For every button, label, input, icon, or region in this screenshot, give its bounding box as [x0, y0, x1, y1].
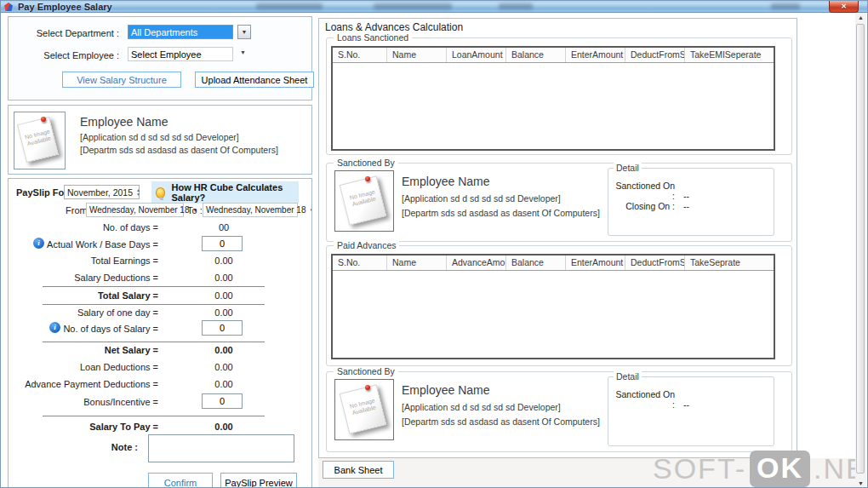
col-enteramount[interactable]: EnterAmount [566, 255, 625, 270]
row-label-days-of-salary: No. of days of Salary = [9, 324, 158, 334]
row-label-loan-deductions: Loan Deductions = [9, 362, 158, 372]
sanctioned-by-title: Sanctioned By [334, 158, 398, 168]
employee-name: Employee Name [80, 115, 168, 129]
sanctioner-photo-placeholder: No Image Available [334, 379, 394, 440]
close-button[interactable]: ✕ [829, 1, 859, 13]
titlebar: Pay Employee Salary ✕ [1, 1, 867, 13]
advances-table[interactable]: S.No. Name AdvanceAmount Balance EnterAm… [331, 254, 775, 359]
pin-icon [365, 176, 370, 181]
row-value-no-of-days: 00 [202, 222, 246, 233]
days-of-salary-input[interactable] [202, 320, 243, 336]
titlebar-ghost-smudge [374, 3, 452, 9]
col-balance[interactable]: Balance [506, 48, 566, 62]
sanctioner-name: Employee Name [402, 175, 490, 188]
sanctioner-photo-placeholder: No Image Available [334, 170, 394, 232]
closing-on-label: Closing On : [614, 201, 675, 211]
employee-department: [Departm sds sd asdasd as dasent Of Comp… [80, 145, 278, 155]
closing-on-value: -- [683, 201, 689, 211]
col-balance[interactable]: Balance [506, 255, 566, 270]
row-value-salary-to-pay: 0.00 [202, 422, 246, 432]
advances-table-header: S.No. Name AdvanceAmount Balance EnterAm… [333, 255, 774, 271]
row-label-salary-deductions: Salary Deductions = [9, 273, 158, 283]
sanctioned-by-group-1: Sanctioned By No Image Available Employe… [326, 163, 792, 242]
note-textarea[interactable] [148, 434, 294, 462]
col-loanamount[interactable]: LoanAmount [447, 48, 506, 62]
row-value-net-salary: 0.00 [202, 345, 246, 355]
scroll-up-icon[interactable]: ▲ [855, 13, 866, 23]
row-label-total-earnings: Total Earnings = [9, 255, 158, 266]
employee-designation: [Application sd d sd sd sd sd Developer] [80, 132, 239, 142]
row-value-salary-one-day: 0.00 [202, 307, 246, 318]
col-name[interactable]: Name [387, 48, 447, 62]
confirm-button[interactable]: Confirm [148, 473, 213, 488]
loans-sanctioned-title: Loans Sanctioned [334, 32, 412, 43]
bank-sheet-button[interactable]: Bank Sheet [323, 461, 394, 479]
pin-icon [41, 117, 46, 122]
loans-table[interactable]: S.No. Name LoanAmount Balance EnterAmoun… [331, 46, 775, 151]
col-deductfromsalary[interactable]: DeductFromSalary [625, 48, 685, 62]
select-employee-label: Select Employee : [9, 50, 119, 60]
loans-table-header: S.No. Name LoanAmount Balance EnterAmoun… [333, 48, 774, 63]
separator-line [43, 416, 265, 416]
bonus-input[interactable] [202, 393, 243, 409]
payslip-preview-button[interactable]: PaySlip Preview [220, 473, 297, 488]
department-dropdown-button[interactable]: ▼ [237, 25, 251, 39]
col-sno[interactable]: S.No. [333, 255, 387, 270]
row-value-salary-deductions: 0.00 [202, 273, 246, 283]
help-strip[interactable]: How HR Cube Calculates Salary? [151, 181, 299, 204]
sanctioned-on-row: Sanctioned On :-- [614, 181, 689, 201]
help-link[interactable]: How HR Cube Calculates Salary? [171, 182, 299, 203]
sanctioned-by-group-2: Sanctioned By No Image Available Employe… [326, 371, 792, 452]
col-enteramount[interactable]: EnterAmount [566, 48, 625, 62]
sanctioned-on-value: -- [683, 399, 689, 410]
payslip-month-picker[interactable]: November, 2015 ▲▼ [64, 185, 140, 199]
sanctioned-on-label: Sanctioned On : [614, 181, 675, 201]
row-value-total-earnings: 0.00 [202, 255, 246, 266]
upload-attendance-button[interactable]: Upload Attendance Sheet [195, 72, 314, 88]
scrollbar-thumb[interactable] [856, 24, 865, 474]
employee-dropdown-arrow-icon[interactable]: ▼ [240, 49, 246, 55]
titlebar-ghost-smudge [771, 3, 800, 9]
detail-title: Detail [614, 371, 642, 382]
department-combobox[interactable]: All Departments [128, 25, 233, 39]
sanctioned-by-title: Sanctioned By [334, 366, 398, 376]
app-window: Pay Employee Salary ✕ Select Department … [0, 0, 868, 488]
employee-combobox[interactable]: Select Employee [128, 47, 233, 61]
from-date-value: Wednesday, November 18 [89, 205, 189, 215]
detail-title: Detail [614, 163, 642, 173]
actual-work-input[interactable] [202, 236, 243, 251]
paid-advances-title: Paid Advances [334, 240, 399, 250]
row-label-total-salary: Total Salary = [9, 290, 158, 301]
col-takeseprate[interactable]: TakeSeprate [685, 255, 774, 270]
view-salary-structure-button[interactable]: View Salary Structure [62, 72, 181, 88]
vertical-scrollbar[interactable]: ▲ ▼ [855, 13, 866, 488]
col-name[interactable]: Name [387, 255, 447, 270]
row-label-no-of-days: No. of days = [9, 222, 158, 233]
col-deductfromsalary[interactable]: DeductFromSalary [625, 255, 685, 270]
month-spinner-icon[interactable]: ▲▼ [133, 188, 140, 197]
from-date-picker[interactable]: Wednesday, November 18 ▼ [86, 203, 184, 217]
to-date-picker[interactable]: Wednesday, November 18 ▼ [203, 203, 298, 217]
detail-box: Detail Sanctioned On :-- Closing On :-- [608, 168, 774, 236]
row-label-salary-one-day: Salary of one day = [9, 307, 158, 318]
col-takeemiseperate[interactable]: TakeEMISeperate [685, 48, 774, 62]
employee-photo-placeholder: No Image Available [14, 112, 66, 169]
watermark-part1: SOFT- [653, 452, 746, 485]
bulb-icon [156, 187, 165, 198]
sanctioner-name: Employee Name [402, 383, 490, 397]
col-advanceamount[interactable]: AdvanceAmount [447, 255, 506, 270]
row-value-advance-deductions: 0.00 [202, 379, 246, 389]
row-label-net-salary: Net Salary = [9, 345, 158, 355]
row-label-actual-work: Actual Work / Base Days = [9, 239, 158, 250]
payslip-panel: PaySlip For : November, 2015 ▲▼ How HR C… [8, 178, 312, 488]
detail-box: Detail Sanctioned On :-- [608, 376, 774, 446]
to-label: To : [187, 205, 203, 215]
titlebar-ghost-smudge [499, 3, 533, 9]
note-label: Note : [9, 442, 138, 452]
sanctioner-designation: [Application sd d sd sd sd sd Developer] [402, 193, 561, 204]
department-selected-value: All Departments [128, 26, 232, 38]
watermark-ok-badge: OK [750, 451, 810, 487]
scroll-down-icon[interactable]: ▼ [855, 479, 866, 488]
closing-on-row: Closing On :-- [614, 201, 689, 211]
col-sno[interactable]: S.No. [333, 48, 387, 62]
